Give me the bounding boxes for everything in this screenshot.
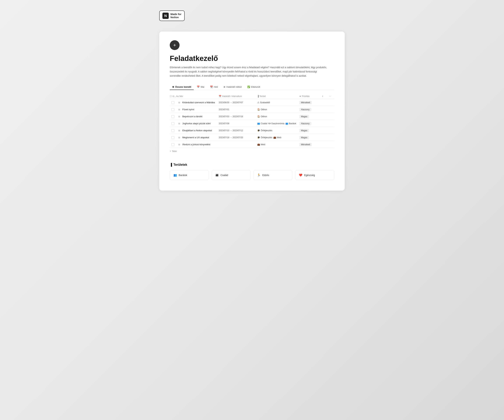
task-name[interactable]: Füvet nyírni [182, 108, 219, 111]
area-icon: 🎓 [257, 129, 260, 132]
task-name[interactable]: Elsajátítani a Notion alapokat [182, 129, 219, 132]
task-areas: 🏠 Otthon [257, 108, 299, 111]
task-date: 2023/07/03 → 2023/07/16 [219, 115, 257, 118]
col-area-header: ▐ Terület [257, 95, 299, 97]
row-add-icon[interactable]: ⊕ [178, 129, 180, 132]
priority-badge: Magas [299, 129, 309, 132]
task-priority: Mérsékelt [299, 101, 322, 104]
task-checkbox[interactable] [172, 143, 174, 146]
row-checkbox-cell [170, 122, 176, 125]
area-card[interactable]: 🏃 Edzés [253, 170, 292, 180]
col-priority-header: ★ Prioritás [299, 95, 322, 97]
area-card-label: Egészség [304, 174, 315, 177]
area-card-icon: 👥 [174, 174, 177, 177]
new-row-label: New [172, 150, 177, 152]
task-areas: 🏠 Otthon [257, 115, 299, 118]
area-tag: ⚠ Szabadidő [257, 101, 270, 104]
task-checkbox[interactable] [172, 122, 174, 125]
task-name[interactable]: Megismerni a UX alapokat [182, 136, 219, 139]
row-add-icon[interactable]: ⊕ [178, 115, 180, 118]
area-cards: 👥 Barátok 👨‍👩‍👧 Család 🏃 Edzés ❤️ Egészs… [170, 170, 334, 180]
add-icon[interactable]: + [170, 40, 180, 50]
row-plus-cell: ⊕ [176, 115, 182, 118]
area-label: Barátok [289, 122, 296, 125]
areas-section-icon: ▐ [170, 163, 172, 167]
area-label: Család [261, 122, 267, 125]
tab-done[interactable]: ✅Elkészült [245, 84, 263, 90]
row-plus-cell: ⊕ [176, 122, 182, 125]
table-row: ⊕ Füvet nyírni 2023/07/01 🏠 Otthon Alacs… [170, 106, 334, 113]
tab-all[interactable]: ⊕Összes teendő [170, 84, 194, 90]
tab-icon-all: ⊕ [172, 86, 174, 88]
task-date: 2023/07/10 → 2023/07/12 [219, 129, 257, 132]
row-checkbox-cell [170, 129, 176, 132]
area-card-icon: 🏃 [257, 174, 261, 177]
row-add-icon[interactable]: ⊕ [178, 143, 180, 146]
area-card[interactable]: 👥 Barátok [170, 170, 209, 180]
col-add-header[interactable]: + [322, 95, 329, 97]
table-row: ⊕ Megismerni a UX alapokat 2023/07/18 → … [170, 134, 334, 141]
row-add-icon[interactable]: ⊕ [178, 101, 180, 104]
area-tag: 💼 Meló [257, 143, 265, 146]
area-card[interactable]: 👨‍👩‍👧 Család [212, 170, 251, 180]
new-row-button[interactable]: + New [170, 148, 334, 154]
col-more-header[interactable]: ··· [329, 95, 334, 97]
table-row: ⊕ Kirándulást szervezni a Mátrába 2023/0… [170, 99, 334, 106]
task-checkbox[interactable] [172, 108, 174, 111]
row-add-icon[interactable]: ⊕ [178, 136, 180, 139]
area-tag: 🏠 Otthon [257, 108, 267, 111]
task-checkbox[interactable] [172, 101, 174, 104]
task-priority: Magas [299, 136, 322, 139]
row-checkbox-cell [170, 108, 176, 111]
task-name[interactable]: Kirándulást szervezni a Mátrába [182, 101, 219, 104]
area-tag: 🏠 Otthon [257, 115, 267, 118]
task-name[interactable]: Bepolcozni a tárolót [182, 115, 219, 118]
areas-section-title: ▐ Területek [170, 163, 334, 167]
row-add-icon[interactable]: ⊕ [178, 122, 180, 125]
area-tag: 🎓 Önfejlesztés [257, 136, 272, 139]
area-icon: 💼 [273, 136, 276, 139]
priority-badge: Alacsony [299, 122, 311, 125]
tasks-table: ☐ El... Aa Név 📅 Határidő / intervallum … [170, 93, 334, 154]
col-date-header: 📅 Határidő / intervallum [219, 95, 257, 97]
task-areas: 👥 Család 🍽 Gasztronómia 👥 Barátok [257, 122, 299, 125]
task-areas: 🎓 Önfejlesztés [257, 129, 299, 132]
row-plus-cell: ⊕ [176, 143, 182, 146]
tab-icon-today: 📅 [197, 86, 200, 88]
task-priority: Magas [299, 129, 322, 132]
area-tag: 👥 Család [257, 122, 267, 125]
row-plus-cell: ⊕ [176, 136, 182, 139]
priority-badge: Mérsékelt [299, 143, 312, 146]
area-card[interactable]: ❤️ Egészség [295, 170, 334, 180]
area-label: Meló [261, 143, 265, 146]
task-checkbox[interactable] [172, 115, 174, 118]
task-date: 2023/06/30 → 2023/07/07 [219, 101, 257, 104]
area-label: Otthon [261, 108, 267, 111]
area-tag: 🍽 Gasztronómia [268, 122, 284, 125]
tab-icon-done: ✅ [247, 86, 250, 88]
row-add-icon[interactable]: ⊕ [178, 108, 180, 111]
task-checkbox[interactable] [172, 129, 174, 132]
col-checkbox: ☐ El... [170, 95, 176, 97]
task-areas: 🎓 Önfejlesztés 💼 Meló [257, 136, 299, 139]
tab-weekly[interactable]: 📆Heti [208, 84, 220, 90]
row-checkbox-cell [170, 136, 176, 139]
task-areas: 💼 Meló [257, 143, 299, 146]
area-icon: 🏠 [257, 108, 260, 111]
main-card: + Feladatkezelő Elöntenek a teendők és n… [159, 31, 345, 191]
task-name[interactable]: Átnézni a júniusi könyvelést [182, 143, 219, 146]
row-checkbox-cell [170, 143, 176, 146]
area-icon: 👥 [285, 122, 288, 125]
table-row: ⊕ Bepolcozni a tárolót 2023/07/03 → 2023… [170, 113, 334, 120]
tab-no-deadline[interactable]: ⊗Határidő nélkül [221, 84, 244, 90]
task-date: 2023/07/01 [219, 108, 257, 111]
notion-logo-icon: N [162, 12, 169, 19]
task-checkbox[interactable] [172, 136, 174, 139]
area-label: Gasztronómia [271, 122, 284, 125]
row-checkbox-cell [170, 101, 176, 104]
notion-badge-text: Made for Notion [170, 12, 181, 19]
row-plus-cell: ⊕ [176, 108, 182, 111]
task-areas: ⚠ Szabadidő [257, 101, 299, 104]
tab-today[interactable]: 📅Mai [194, 84, 207, 90]
task-name[interactable]: Joghurtos alapú pizzát sütni [182, 122, 219, 125]
